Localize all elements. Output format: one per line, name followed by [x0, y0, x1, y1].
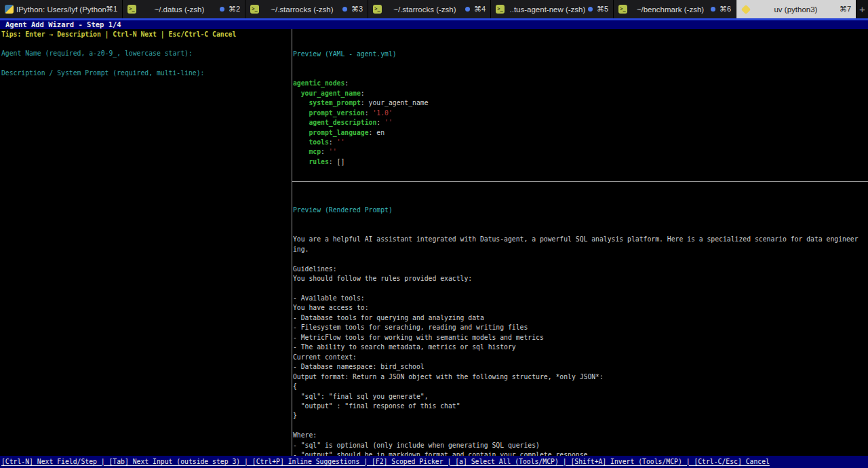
hotkey-text: [Ctrl-N] Next Field/Step | [Tab] Next In…	[1, 457, 770, 467]
yaml-line: rules: []	[293, 157, 429, 167]
activity-dot	[220, 7, 224, 12]
agent-name-label: Agent Name (required, a-z0-9_, lowercase…	[1, 49, 193, 58]
description-label: Description / System Prompt (required, m…	[1, 69, 204, 78]
yaml-line: your_agent_name:	[293, 89, 429, 98]
tab-shortcut: ⌘5	[597, 5, 608, 14]
prompt-line: Current context:	[293, 353, 868, 362]
rendered-prompt-body: You are a helpful AI assistant integrate…	[293, 235, 868, 460]
tab-title: ~/benchmark (-zsh)	[630, 5, 711, 14]
hotkey-bar: [Ctrl-N] Next Field/Step | [Tab] Next In…	[0, 456, 868, 468]
activity-dot	[342, 7, 347, 12]
tab-shortcut: ⌘7	[840, 5, 851, 14]
activity-dot	[711, 7, 715, 12]
prompt-line: "sql": "final sql you generate",	[293, 392, 868, 402]
terminal-tab[interactable]: >_..tus-agent-new (-zsh)⌘5	[491, 0, 614, 18]
terminal-icon: >_	[127, 5, 136, 14]
yaml-line: prompt_version: '1.0'	[293, 109, 429, 118]
tab-title: ~/.starrocks (-zsh)	[262, 5, 342, 14]
rendered-prompt-title: Preview (Rendered Prompt)	[293, 206, 868, 215]
terminal-icon: >_	[618, 5, 627, 14]
panel-divider	[292, 29, 292, 456]
yaml-preview-title: Preview (YAML - agent.yml)	[293, 50, 429, 59]
activity-dot	[588, 7, 593, 12]
terminal-tab[interactable]: uv (python3)⌘7	[736, 0, 856, 18]
activity-dot	[465, 7, 470, 12]
yaml-line: system_prompt: your_agent_name	[293, 98, 429, 108]
prompt-line: You should follow the rules provided exa…	[293, 274, 868, 284]
tab-title: IPython: Users/lyf (Python)	[16, 5, 106, 14]
wizard-title-bar: Agent Add Wizard - Step 1/4	[0, 18, 868, 29]
yaml-prompt-divider	[292, 181, 868, 182]
diamond-icon	[741, 4, 751, 14]
tips-line: Tips: Enter → Description | Ctrl-N Next …	[1, 30, 236, 39]
terminal-screen: IPython: Users/lyf (Python)⌘1>_~/.datus …	[0, 0, 868, 468]
tab-shortcut: ⌘1	[106, 5, 117, 14]
prompt-line: Where:	[293, 431, 868, 440]
python-icon	[5, 5, 14, 14]
prompt-line: Output format: Return a JSON object with…	[293, 372, 868, 382]
terminal-icon: >_	[496, 5, 505, 14]
prompt-line: - Filesystem tools for seraching, readin…	[293, 323, 868, 332]
tab-shortcut: ⌘3	[351, 5, 363, 14]
prompt-line: Guidelines:	[293, 265, 868, 274]
yaml-preview-panel: Preview (YAML - agent.yml) agentic_nodes…	[293, 30, 429, 187]
new-tab-button[interactable]: +	[856, 0, 868, 18]
terminal-icon: >_	[373, 5, 382, 14]
terminal-tab[interactable]: >_~/.starrocks (-zsh)⌘3	[245, 0, 368, 18]
wizard-form-panel: Tips: Enter → Description | Ctrl-N Next …	[0, 29, 292, 456]
prompt-line: ing.	[293, 245, 868, 254]
tab-bar: IPython: Users/lyf (Python)⌘1>_~/.datus …	[0, 0, 868, 18]
prompt-line: You have access to:	[293, 303, 868, 313]
terminal-tab[interactable]: >_~/.starrocks (-zsh)⌘4	[368, 0, 491, 18]
agent-name-input[interactable]	[1, 59, 286, 69]
tab-title: uv (python3)	[752, 5, 840, 14]
tab-title: ~/.starrocks (-zsh)	[384, 5, 465, 14]
yaml-preview-body: agentic_nodes: your_agent_name: system_p…	[293, 79, 429, 167]
description-input[interactable]	[1, 79, 286, 282]
rendered-prompt-panel: Preview (Rendered Prompt) You are a help…	[293, 186, 868, 468]
prompt-line: "output" : "final response of this chat"	[293, 402, 868, 411]
prompt-line	[293, 254, 868, 264]
yaml-line: agent_description: ''	[293, 118, 429, 128]
yaml-line: tools: ''	[293, 138, 429, 147]
yaml-line: agentic_nodes:	[293, 79, 429, 88]
prompt-line: - Database namespace: bird_school	[293, 362, 868, 372]
prompt-line	[293, 284, 868, 294]
prompt-line: - The ability to search metadata, metric…	[293, 343, 868, 352]
prompt-line: - "sql" is optional (only include when g…	[293, 441, 868, 450]
terminal-tab[interactable]: >_~/benchmark (-zsh)⌘6	[614, 0, 736, 18]
terminal-tab[interactable]: IPython: Users/lyf (Python)⌘1	[0, 0, 123, 18]
yaml-line: prompt_language: en	[293, 128, 429, 138]
prompt-line	[293, 421, 868, 431]
prompt-line: - Database tools for querying and analyz…	[293, 313, 868, 323]
preview-panels: Preview (YAML - agent.yml) agentic_nodes…	[293, 29, 868, 456]
terminal-tab[interactable]: >_~/.datus (-zsh)⌘2	[123, 0, 245, 18]
prompt-line: {	[293, 382, 868, 391]
prompt-line: - Available tools:	[293, 294, 868, 303]
tab-title: ~/.datus (-zsh)	[139, 5, 220, 14]
prompt-line: - MetricFlow tools for working with sema…	[293, 333, 868, 343]
wizard-main: Tips: Enter → Description | Ctrl-N Next …	[0, 29, 868, 456]
prompt-line: You are a helpful AI assistant integrate…	[293, 235, 868, 244]
prompt-line: }	[293, 411, 868, 421]
tab-shortcut: ⌘4	[474, 5, 486, 14]
tab-shortcut: ⌘6	[719, 5, 731, 14]
tab-title: ..tus-agent-new (-zsh)	[507, 5, 588, 14]
tab-shortcut: ⌘2	[229, 5, 240, 14]
yaml-line: mcp: ''	[293, 147, 429, 157]
wizard-title: Agent Add Wizard - Step 1/4	[5, 20, 121, 28]
terminal-icon: >_	[250, 5, 259, 14]
